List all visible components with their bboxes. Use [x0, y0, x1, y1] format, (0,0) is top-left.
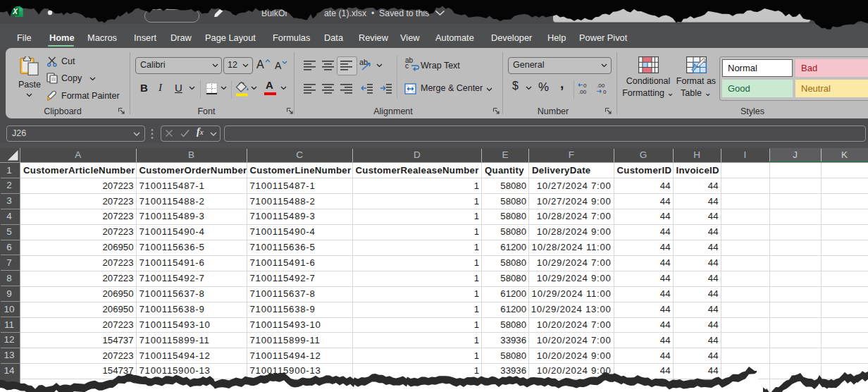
svg-text:.00: .00	[597, 82, 605, 89]
svg-text:0: 0	[583, 82, 587, 89]
svg-text:.00: .00	[578, 89, 587, 95]
svg-text:0: 0	[603, 89, 607, 95]
